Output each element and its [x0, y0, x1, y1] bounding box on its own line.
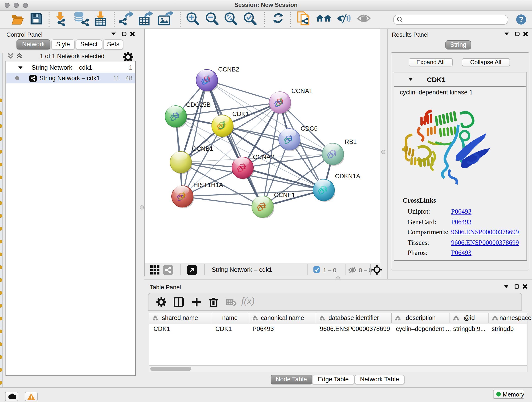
svg-text:CCNB1: CCNB1: [192, 145, 213, 152]
svg-text:HIST1H1A: HIST1H1A: [193, 181, 223, 188]
svg-text:?: ?: [519, 15, 524, 24]
svg-text:CCNA2: CCNA2: [253, 153, 274, 160]
svg-text:CDC6: CDC6: [301, 125, 317, 132]
svg-text:CCNA1: CCNA1: [291, 87, 312, 95]
svg-text:CCNE1: CCNE1: [274, 191, 295, 198]
svg-text:CCNB2: CCNB2: [218, 66, 239, 73]
svg-text:CDC25B: CDC25B: [186, 101, 210, 108]
svg-text:CDK1: CDK1: [232, 110, 249, 117]
svg-text:CDKN1A: CDKN1A: [335, 172, 360, 180]
svg-text:RB1: RB1: [345, 138, 357, 145]
